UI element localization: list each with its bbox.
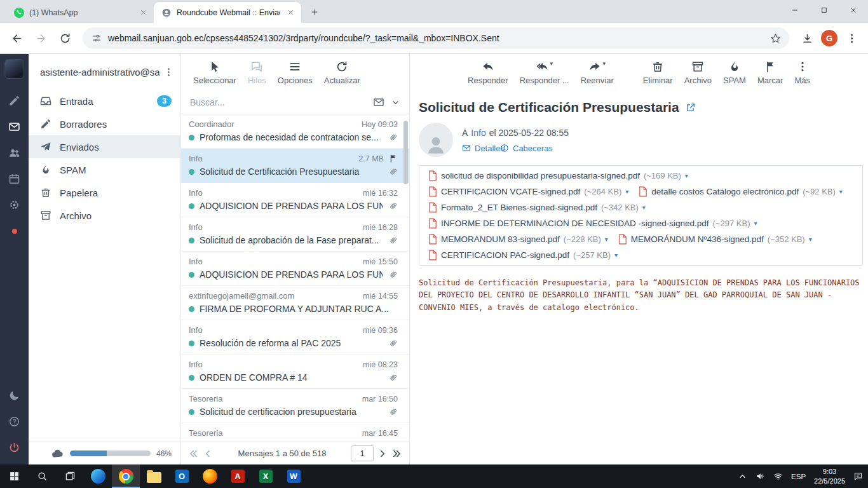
acrobat-icon[interactable] [224,464,252,488]
list-scrollbar[interactable] [403,121,408,184]
attachment-chip[interactable]: Formato_2_ET Bienes-signed-signed.pdf (~… [423,200,651,215]
attachment-chip[interactable]: detalle costos Catálogo electrónico.pdf … [634,184,848,200]
language-indicator[interactable]: ESP [791,473,806,480]
back-button[interactable] [6,28,27,48]
compose-button[interactable] [0,88,29,114]
cpanel-icon[interactable] [0,218,29,244]
message-list-item[interactable]: Tesoreria mar 16:50 Solicitud de certifi… [181,389,409,423]
help-button[interactable] [0,409,29,435]
folder-item-papelera[interactable]: Papelera [29,181,180,204]
chrome-icon[interactable] [112,464,140,488]
page-input[interactable] [351,445,374,461]
select-button[interactable]: Seleccionar [187,58,242,88]
prev-page-button[interactable] [202,448,214,459]
attachment-menu-icon[interactable] [839,188,843,195]
close-tab-icon[interactable] [285,7,296,18]
network-icon[interactable] [773,471,783,481]
folder-item-enviados[interactable]: Enviados [29,135,180,158]
message-list-item[interactable]: Info mié 16:32 ADQUISICION DE PRENDAS PA… [181,183,409,217]
attachment-chip[interactable]: MEMORÁNDUM Nº436-signed.pdf (~352 KB) [613,231,817,247]
volume-icon[interactable] [756,471,765,481]
more-button[interactable]: Más [789,58,816,88]
firefox-icon[interactable] [196,464,224,488]
forward-button[interactable] [31,28,51,48]
window-close-button[interactable] [839,0,868,20]
attachment-chip[interactable]: solicitud de disponibilidad presupuestar… [423,168,693,184]
list-options-button[interactable]: Opciones [272,58,318,88]
logout-button[interactable] [0,435,29,461]
recipient-link[interactable]: Info [471,128,485,138]
reload-button[interactable] [55,28,75,48]
refresh-button[interactable]: Actualizar [318,58,366,88]
reply-button[interactable]: Responder [462,58,514,88]
message-list-item[interactable]: Tesoreria mar 16:45 [181,423,409,442]
downloads-button[interactable] [797,28,817,48]
word-icon[interactable] [280,464,308,488]
search-input[interactable] [190,97,367,107]
attachment-menu-icon[interactable] [809,236,812,243]
attachment-chip[interactable]: MEMORANDUM 83-signed.pdf (~228 KB) [423,231,613,247]
outlook-icon[interactable] [168,464,196,488]
attachment-menu-icon[interactable] [754,220,757,227]
tray-expand-icon[interactable] [738,471,747,481]
attachment-menu-icon[interactable] [685,172,688,179]
headers-link[interactable]: Cabeceras [500,144,522,152]
action-center-icon[interactable] [853,471,863,481]
archive-button[interactable]: Archivo [679,58,717,88]
spam-button[interactable]: SPAM [717,58,752,88]
bookmark-star-icon[interactable] [770,32,782,44]
mail-nav-button[interactable] [0,114,29,140]
message-list-item[interactable]: extinfuegojamell@gmail.com mié 14:55 FIR… [181,286,409,320]
tab-roundcube[interactable]: Roundcube Webmail :: Enviados [154,2,301,23]
close-tab-icon[interactable] [138,7,149,18]
settings-nav-button[interactable] [0,192,29,218]
details-link[interactable]: Detalles [462,144,484,152]
message-list-item[interactable]: Info mié 16:28 Solicitud de aprobación d… [181,217,409,252]
tab-whatsapp[interactable]: (1) WhatsApp [6,2,154,23]
attachment-chip[interactable]: CERTIFICACION VCATE-signed.pdf (~264 KB) [423,184,634,200]
attachment-menu-icon[interactable] [605,236,608,243]
start-button[interactable] [0,464,28,488]
message-list-item[interactable]: Coordinador Hoy 09:03 Proformas de neces… [181,114,409,149]
dropdown-caret-icon[interactable] [602,60,606,67]
mark-button[interactable]: Marcar [752,58,789,88]
folder-item-archivo[interactable]: Archivo [29,204,180,227]
address-bar[interactable]: webmail.sanjuan.gob.ec/cpsess4485241302/… [83,27,789,49]
reply-all-button[interactable]: Responder ... [514,58,575,88]
task-view-button[interactable] [56,464,84,488]
message-list-item[interactable]: Info 2.7 MB Solicitud de Certificación P… [181,149,409,183]
search-options-chevron-icon[interactable] [391,98,400,107]
attachment-menu-icon[interactable] [625,188,628,195]
open-in-new-window-icon[interactable] [686,102,696,112]
delete-button[interactable]: Eliminar [637,58,679,88]
file-explorer-icon[interactable] [140,464,168,488]
attachment-chip[interactable]: INFORME DE DETERMINACION DE NECESIDAD -s… [423,215,763,231]
next-page-button[interactable] [377,448,388,459]
forward-button[interactable]: Reenviar [575,58,620,88]
taskbar-clock[interactable]: 9:03 22/5/2025 [814,467,845,486]
message-list-item[interactable]: Info mié 15:50 ADQUISICION DE PRENDAS PA… [181,252,409,286]
folder-item-entrada[interactable]: Entrada 3 [29,90,180,112]
contacts-nav-button[interactable] [0,140,29,166]
search-scope-icon[interactable] [373,97,384,108]
attachment-menu-icon[interactable] [614,252,618,259]
attachment-menu-icon[interactable] [642,204,646,211]
folder-item-borradores[interactable]: Borradores [29,112,180,135]
site-info-icon[interactable] [92,33,102,43]
browser-menu-button[interactable] [841,28,862,48]
profile-avatar[interactable]: G [821,30,837,46]
folder-item-spam[interactable]: SPAM [29,158,180,181]
message-list-item[interactable]: Info mié 09:36 Resolución de reforma al … [181,320,409,355]
dark-mode-button[interactable] [0,383,29,409]
attachment-chip[interactable]: CERTIFICACION PAC-signed.pdf (~257 KB) [423,247,623,263]
new-tab-button[interactable] [306,4,323,20]
folder-options-icon[interactable] [163,67,174,78]
taskbar-search-button[interactable] [28,464,56,488]
edge-icon[interactable] [84,464,112,488]
threads-button[interactable]: Hilos [242,58,272,88]
excel-icon[interactable] [252,464,280,488]
first-page-button[interactable] [187,448,199,459]
webmail-logo[interactable] [4,59,24,79]
last-page-button[interactable] [391,448,403,459]
window-minimize-button[interactable] [780,0,810,20]
